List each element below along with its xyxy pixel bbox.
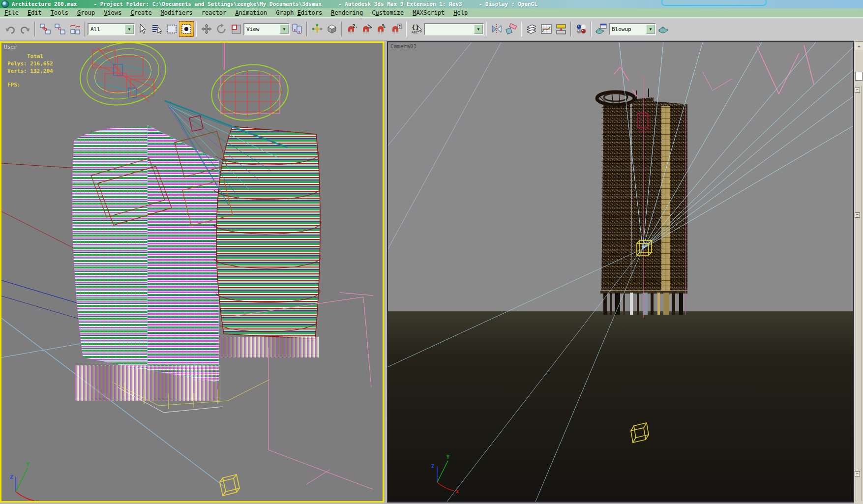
use-pivot-point-center-button[interactable] [290,21,304,37]
svg-text:2.5: 2.5 [353,24,358,29]
toolbar-separator [590,22,593,36]
menu-rendering[interactable]: Rendering [327,9,367,16]
rollout-collapse-icon[interactable]: − [855,212,860,218]
chevron-down-icon[interactable]: ▼ [646,25,655,34]
title-bar[interactable]: Architecture 260.max - Project Folder: C… [0,0,863,8]
select-and-rotate-button[interactable] [214,21,229,37]
toolbar-separator [520,22,523,36]
menu-customize[interactable]: Customize [367,9,408,16]
toolbar-separator [83,22,87,36]
menu-edit[interactable]: Edit [23,9,46,16]
menu-animation[interactable]: Animation [231,9,271,16]
menu-reactor[interactable]: reactor [197,9,231,16]
viewport-user-label: User [4,44,17,50]
chevron-down-icon[interactable]: ▼ [125,25,134,34]
reference-coordinate-system-dropdown[interactable]: View ▼ [243,23,290,35]
spinner-snap-toggle-button[interactable] [389,21,404,37]
select-and-link-button[interactable] [38,21,53,37]
layer-manager-button[interactable] [524,21,539,37]
undo-button[interactable] [3,21,18,37]
render-scene-button[interactable] [594,21,609,37]
toolbar-separator [485,22,488,36]
viewport-camera03-label: Camera03 [390,43,417,50]
stats-total-label: Total [27,53,53,60]
rollout-collapse-icon[interactable]: − [855,471,860,476]
camera03-viewport-scene: Z Y x [388,42,853,502]
menu-help[interactable]: Help [449,9,472,16]
select-object-button[interactable] [135,21,149,37]
svg-text:ABC: ABC [412,30,418,34]
overlay-highlight [661,0,767,6]
chevron-down-icon[interactable]: ▼ [280,25,289,34]
rollout-collapse-icon[interactable]: − [855,88,860,93]
command-panel-sliver[interactable]: ✳ − − − [854,40,863,504]
command-panel-field [855,72,863,81]
axis-tripod: Z Y x [10,461,39,501]
percent-snap-toggle-button[interactable]: % [374,21,389,37]
unlink-selection-button[interactable] [53,21,67,37]
title-app-version: - Autodesk 3ds Max 9 Extension 1: Rev3 [338,1,462,7]
stats-fps: FPS: [7,81,53,89]
title-project-folder: - Project Folder: C:\Documents and Setti… [93,1,322,7]
viewport-camera03[interactable]: Camera03 [387,41,854,503]
edit-named-selection-sets-button[interactable]: {}ABC [409,21,424,37]
mirror-button[interactable] [489,21,504,37]
select-and-move-button[interactable] [199,21,214,37]
3dsmax-window: Architecture 260.max - Project Folder: C… [0,0,863,504]
menu-create[interactable]: Create [126,9,156,16]
selection-filter-value: All [89,26,125,32]
align-button[interactable] [504,21,519,37]
select-and-manipulate-button[interactable] [310,21,325,37]
menu-modifiers[interactable]: Modifiers [156,9,197,16]
svg-text:Z: Z [10,474,13,480]
viewport-area: User Total Polys: 216,652 Verts: 132,204… [0,40,863,504]
toolbar-separator [195,22,198,36]
rendered-towers [597,89,687,315]
svg-text:x: x [456,489,459,494]
toolbar-separator [405,22,408,36]
keyboard-shortcut-override-button[interactable] [325,21,339,37]
svg-text:Y: Y [26,461,30,468]
command-panel-rollout-edge [856,86,862,501]
title-display-driver: - Display : OpenGL [479,1,537,7]
rectangular-selection-region-button[interactable] [164,21,179,37]
menu-views[interactable]: Views [99,9,126,16]
building-wireframe [72,43,373,489]
named-selection-sets-dropdown[interactable]: ▼ [424,23,484,35]
viewport-statistics: Total Polys: 216,652 Verts: 132,204 FPS: [7,53,53,89]
angle-snap-toggle-button[interactable] [359,21,374,37]
main-toolbar: All ▼ View ▼ [0,17,863,40]
chevron-down-icon[interactable]: ▼ [474,25,483,34]
redo-button[interactable] [18,21,32,37]
coord-system-value: View [244,26,280,32]
window-crossing-toggle-button[interactable] [179,21,194,37]
snaps-toggle-2-5-button[interactable]: 2.5 [345,21,359,37]
viewport-user[interactable]: User Total Polys: 216,652 Verts: 132,204… [0,41,384,503]
title-filename: Architecture 260.max [12,1,77,7]
menu-file[interactable]: File [0,9,23,16]
render-type-dropdown[interactable]: Blowup ▼ [609,23,656,35]
schematic-view-button[interactable] [554,21,568,37]
render-type-value: Blowup [610,26,646,32]
command-panel-tab-icon[interactable]: ✳ [855,41,863,51]
toolbar-separator [305,22,309,36]
bind-to-space-warp-button[interactable] [67,21,82,37]
user-viewport-scene: Z Y x [1,43,383,501]
menu-maxscript[interactable]: MAXScript [408,9,449,16]
3dsmax-logo-icon [1,0,9,8]
toolbar-separator [340,22,344,36]
menu-tools[interactable]: Tools [46,9,73,16]
curve-editor-button[interactable] [539,21,554,37]
stats-polys: Polys: 216,652 [7,60,53,67]
select-and-scale-button[interactable] [229,21,243,37]
toolbar-separator [569,22,573,36]
select-by-name-button[interactable] [149,21,164,37]
selection-filter-dropdown[interactable]: All ▼ [88,23,135,35]
material-editor-button[interactable] [574,21,589,37]
menu-graph-editors[interactable]: Graph Editors [271,9,327,16]
quick-render-button[interactable] [656,21,671,37]
stats-verts: Verts: 132,204 [7,67,53,75]
svg-text:x: x [36,499,39,501]
menu-bar: File Edit Tools Group Views Create Modif… [0,8,863,17]
menu-group[interactable]: Group [73,9,99,16]
